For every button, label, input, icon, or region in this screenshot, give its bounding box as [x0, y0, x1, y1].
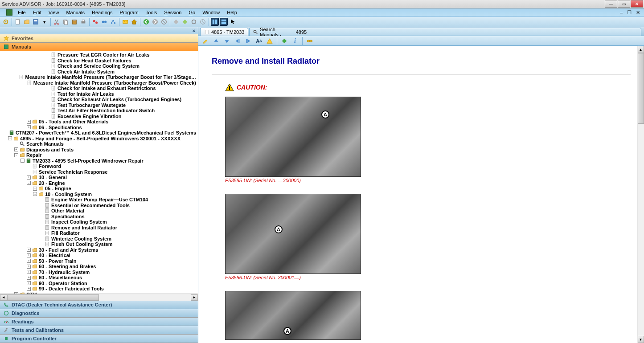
expand-icon[interactable]: +: [27, 270, 31, 274]
menu-session[interactable]: Session: [160, 10, 185, 15]
tool-paste-icon[interactable]: [70, 18, 78, 26]
expand-icon[interactable]: +: [27, 120, 31, 124]
tab-manuals[interactable]: Manuals: [0, 43, 198, 51]
tree-item[interactable]: Remove and Install Radiator: [0, 225, 198, 231]
maximize-button[interactable]: ▭: [618, 0, 630, 8]
tree-item[interactable]: Foreword: [0, 163, 198, 169]
menu-help[interactable]: Help: [223, 10, 241, 15]
tool-gear2-icon[interactable]: [190, 18, 198, 26]
tree-item[interactable]: Check and Service Cooling System: [0, 63, 198, 69]
doc-warn-icon[interactable]: [265, 37, 274, 45]
tool-dropdown-icon[interactable]: ▾: [41, 18, 49, 26]
tree-item[interactable]: -10 - Cooling System: [0, 192, 198, 197]
tool-home-icon[interactable]: [130, 18, 138, 26]
menu-window[interactable]: Window: [199, 10, 223, 15]
expand-icon[interactable]: +: [14, 147, 18, 151]
doc-diamond-icon[interactable]: [280, 37, 289, 45]
tree-item[interactable]: Specifications: [0, 214, 198, 220]
tree-item[interactable]: +99 - Dealer Fabricated Tools: [0, 286, 198, 292]
doc-find-icon[interactable]: AA: [254, 37, 263, 45]
tree-item[interactable]: +60 - Steering and Brakes: [0, 264, 198, 270]
tree-item[interactable]: Test Turbocharger Wastegate: [0, 102, 198, 108]
collapse-icon[interactable]: -: [14, 153, 18, 157]
expand-icon[interactable]: +: [27, 287, 31, 291]
tree-item[interactable]: Flush Out Cooling System: [0, 241, 198, 247]
tree-item[interactable]: Measure Intake Manifold Pressure (Turboc…: [0, 80, 198, 86]
tree-item[interactable]: -20 - Engine: [0, 180, 198, 186]
tool-view1-icon[interactable]: [211, 18, 219, 26]
close-button[interactable]: ✕: [631, 0, 643, 8]
tree-item[interactable]: Measure Intake Manifold Pressure (Turboc…: [0, 74, 198, 80]
expand-icon[interactable]: +: [27, 253, 31, 257]
tree-item[interactable]: Other Material: [0, 208, 198, 214]
menu-tools[interactable]: Tools: [142, 10, 161, 15]
tool-clock-icon[interactable]: [199, 18, 207, 26]
menu-readings[interactable]: Readings: [88, 10, 116, 15]
tree-item[interactable]: +70 - Hydraulic System: [0, 270, 198, 275]
scroll-thumb[interactable]: [7, 294, 99, 301]
doc-next-icon[interactable]: [244, 37, 253, 45]
tool-diamond1-icon[interactable]: [172, 18, 180, 26]
tool-network-icon[interactable]: [109, 18, 117, 26]
tab-favorites[interactable]: Favorites: [0, 34, 198, 43]
tree-item[interactable]: Check for Exhaust Air Leaks (Turbocharge…: [0, 97, 198, 102]
tree-item[interactable]: +80 - Miscellaneous: [0, 275, 198, 281]
tree-item[interactable]: Winterize Cooling System: [0, 236, 198, 242]
tree-item[interactable]: -Repair: [0, 152, 198, 158]
tool-view2-icon[interactable]: [220, 18, 228, 26]
tree-item[interactable]: -4895 - Hay and Forage - Self-Propelled …: [0, 136, 198, 142]
tree-item[interactable]: +06 - Specifications: [0, 125, 198, 131]
tool-copy-icon[interactable]: [62, 18, 70, 26]
collapse-icon[interactable]: -: [33, 192, 37, 196]
tree-item[interactable]: Test Air Filter Restriction Indicator Sw…: [0, 108, 198, 114]
scroll-left-icon[interactable]: ◄: [0, 294, 7, 301]
tree-item[interactable]: Search Manuals: [0, 141, 198, 147]
tool-diamond2-icon[interactable]: [181, 18, 189, 26]
tool-forward-icon[interactable]: [151, 18, 159, 26]
menu-file[interactable]: File: [14, 10, 29, 15]
tree-item[interactable]: Fill Radiator: [0, 230, 198, 236]
expand-icon[interactable]: +: [27, 265, 31, 269]
doc-vscroll[interactable]: ▲ ▼: [637, 46, 644, 343]
tool-save-icon[interactable]: [32, 18, 40, 26]
collapse-icon[interactable]: -: [8, 136, 12, 140]
doc-info-icon[interactable]: i: [291, 37, 299, 45]
menu-view[interactable]: View: [45, 10, 63, 15]
tree-item[interactable]: +05 - Tools and Other Materials: [0, 119, 198, 125]
tab-readings[interactable]: Readings: [0, 318, 198, 326]
expand-icon[interactable]: +: [27, 125, 31, 129]
tree-item[interactable]: +90 - Operator Station: [0, 281, 198, 286]
doc-link-icon[interactable]: [305, 37, 314, 45]
tool-cut-icon[interactable]: [53, 18, 61, 26]
tab-dtac[interactable]: DTAC (Dealer Technical Assistance Center…: [0, 301, 198, 309]
manual-tree[interactable]: Pressure Test EGR Cooler for Air LeaksCh…: [0, 51, 198, 294]
collapse-icon[interactable]: -: [27, 181, 31, 185]
expand-icon[interactable]: +: [27, 276, 31, 280]
tree-item[interactable]: +05 - Engine: [0, 186, 198, 192]
tree-item[interactable]: +10 - General: [0, 175, 198, 180]
tool-open-icon[interactable]: [23, 18, 31, 26]
collapse-icon[interactable]: -: [21, 159, 25, 163]
tree-item[interactable]: Service Technician Response: [0, 169, 198, 175]
tree-item[interactable]: Engine Water Pump Repair—Use CTM104: [0, 197, 198, 203]
tree-item[interactable]: Pressure Test EGR Cooler for Air Leaks: [0, 52, 198, 58]
doc-highlight-icon[interactable]: [201, 37, 210, 45]
tree-item[interactable]: Check Air Intake System: [0, 69, 198, 75]
vscroll-thumb[interactable]: [638, 53, 644, 124]
tab-tests[interactable]: Tests and Calibrations: [0, 326, 198, 335]
tool-disconnect-icon[interactable]: [91, 18, 99, 26]
tree-item[interactable]: Check for Head Gasket Failures: [0, 58, 198, 64]
tree-item[interactable]: +50 - Power Train: [0, 258, 198, 264]
tab-diagnostics[interactable]: Diagnostics: [0, 309, 198, 318]
expand-icon[interactable]: +: [33, 187, 37, 191]
mdi-close[interactable]: ✕: [635, 10, 641, 16]
tab-program[interactable]: Program Controller: [0, 335, 198, 343]
tree-item[interactable]: +Diagnosis and Tests: [0, 147, 198, 153]
mdi-restore[interactable]: ❐: [626, 10, 633, 16]
menu-go[interactable]: Go: [185, 10, 199, 15]
menu-edit[interactable]: Edit: [29, 10, 45, 15]
tree-item[interactable]: Essential or Recommended Tools: [0, 203, 198, 208]
scroll-down-icon[interactable]: ▼: [638, 336, 644, 343]
tool-connect-icon[interactable]: [100, 18, 108, 26]
tree-item[interactable]: Test for Intake Air Leaks: [0, 91, 198, 97]
